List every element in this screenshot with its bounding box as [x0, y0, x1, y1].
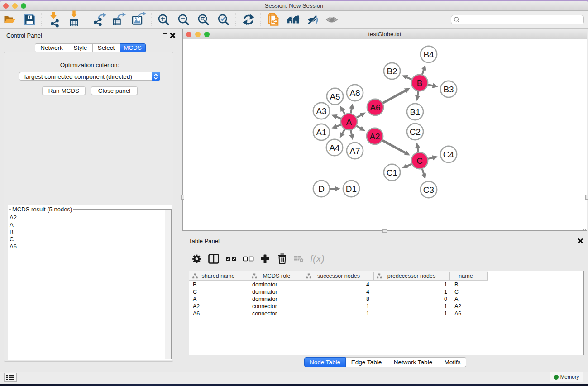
svg-text:A: A [346, 117, 352, 127]
svg-text:connector: connector [252, 310, 277, 317]
svg-text:A6: A6 [193, 310, 200, 317]
svg-text:A5: A5 [330, 92, 340, 101]
svg-text:8: 8 [366, 296, 369, 302]
svg-text:D: D [318, 184, 325, 194]
svg-text:B: B [417, 78, 423, 88]
svg-text:C1: C1 [387, 168, 397, 177]
svg-text:A1: A1 [316, 128, 326, 137]
svg-text:successor nodes: successor nodes [317, 273, 360, 279]
svg-text:f(x): f(x) [310, 253, 325, 264]
svg-text:A2: A2 [369, 132, 380, 141]
svg-text:4: 4 [366, 289, 369, 295]
svg-text:connector: connector [252, 303, 277, 310]
svg-text:1: 1 [366, 303, 369, 310]
svg-text:A7: A7 [349, 146, 360, 156]
svg-text:C: C [193, 289, 197, 295]
svg-text:0: 0 [444, 296, 447, 302]
svg-text:C: C [416, 156, 423, 166]
svg-text:C3: C3 [423, 185, 434, 195]
svg-text:dominator: dominator [252, 296, 277, 302]
svg-text:dominator: dominator [252, 281, 277, 288]
svg-text:4: 4 [366, 281, 369, 288]
svg-text:1: 1 [444, 310, 447, 317]
svg-text:A2: A2 [454, 303, 461, 310]
svg-text:B2: B2 [387, 67, 397, 76]
svg-text:A: A [454, 296, 459, 302]
svg-text:predecessor nodes: predecessor nodes [387, 273, 435, 279]
svg-text:B3: B3 [443, 85, 454, 94]
svg-text:B: B [193, 281, 196, 288]
svg-text:C: C [454, 289, 459, 295]
svg-text:A2: A2 [193, 303, 200, 310]
svg-text:MCDS role: MCDS role [263, 273, 290, 279]
svg-text:B1: B1 [410, 107, 420, 117]
svg-text:1: 1 [366, 310, 369, 317]
svg-text:name: name [459, 273, 473, 279]
svg-text:A: A [193, 296, 197, 302]
svg-text:A8: A8 [349, 88, 360, 98]
svg-text:1: 1 [444, 303, 447, 310]
svg-text:B: B [454, 281, 458, 288]
svg-text:A4: A4 [329, 143, 340, 152]
svg-text:dominator: dominator [252, 289, 277, 295]
svg-text:A6: A6 [370, 103, 380, 112]
svg-text:1: 1 [444, 281, 447, 288]
svg-text:1: 1 [444, 289, 447, 295]
svg-text:A6: A6 [454, 310, 461, 317]
svg-text:C2: C2 [410, 127, 421, 137]
svg-text:D1: D1 [346, 184, 357, 194]
svg-text:A3: A3 [316, 106, 326, 116]
svg-text:B4: B4 [423, 50, 434, 59]
svg-text:C4: C4 [443, 150, 454, 159]
svg-text:shared name: shared name [202, 273, 235, 279]
